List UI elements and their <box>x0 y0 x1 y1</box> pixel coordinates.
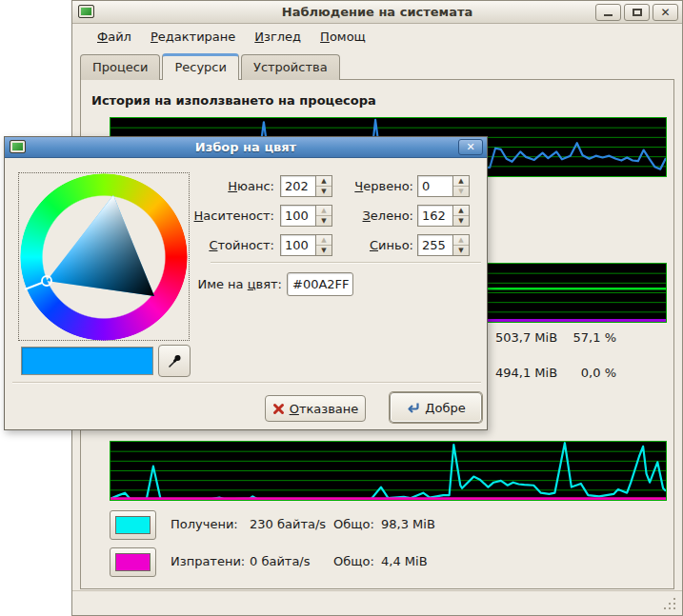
dialog-close-icon: ✕ <box>466 141 474 153</box>
received-total-label: Общо: <box>333 517 374 531</box>
blue-spin-up-icon[interactable]: ▲ <box>453 235 469 246</box>
ok-enter-icon <box>406 401 420 414</box>
green-spin-down-icon[interactable]: ▼ <box>453 216 469 226</box>
sent-total: 4,4 MiB <box>381 554 428 568</box>
swap-percent: 0,0 % <box>572 366 616 380</box>
blue-input[interactable]: 255 <box>417 234 453 256</box>
color-wheel-box[interactable] <box>18 172 190 341</box>
sent-rate: 0 байта/s <box>250 554 311 568</box>
dialog-title: Избор на цвят <box>5 140 487 154</box>
received-label: Получени: <box>171 517 238 531</box>
network-history-chart <box>110 441 667 501</box>
eyedropper-icon <box>166 352 183 369</box>
color-name-row: Име на цвят: <box>5 277 489 299</box>
menu-view[interactable]: Изглед <box>245 27 311 47</box>
sent-color-button[interactable] <box>110 547 156 577</box>
memory-stat-row: 503,7 MiB 57,1 % <box>495 330 616 345</box>
menu-edit[interactable]: Редактиране <box>141 27 245 47</box>
green-spinner[interactable]: 162 ▲▼ <box>417 205 470 227</box>
close-button[interactable]: ✕ <box>653 4 678 21</box>
green-input[interactable]: 162 <box>417 205 453 227</box>
tab-devices[interactable]: Устройства <box>241 54 340 80</box>
resize-grip[interactable] <box>664 597 676 609</box>
sent-total-label: Общо: <box>333 554 374 568</box>
maximize-icon <box>633 9 642 16</box>
eyedropper-button[interactable] <box>158 345 191 377</box>
red-label: Червено: <box>329 179 413 193</box>
swap-stat-row: 494,1 MiB 0,0 % <box>495 366 616 380</box>
cancel-button[interactable]: Отказване <box>265 395 366 422</box>
red-input[interactable]: 0 <box>417 175 453 197</box>
minimize-button[interactable] <box>595 4 621 21</box>
hsv-name-separator <box>211 262 481 264</box>
red-spin-down-icon[interactable]: ▼ <box>453 187 469 196</box>
cancel-x-icon <box>272 403 285 415</box>
tab-resources[interactable]: Ресурси <box>162 53 239 80</box>
statusbar <box>72 590 682 615</box>
blue-spinner[interactable]: 255 ▲▼ <box>417 234 470 256</box>
received-rate: 230 байта/s <box>250 517 326 531</box>
color-name-input[interactable]: #00A2FF <box>287 272 353 296</box>
main-titlebar[interactable]: Наблюдение на системата ✕ <box>72 1 682 24</box>
blue-label: Синьо: <box>329 238 413 252</box>
sent-legend-row: Изпратени: 0 байта/s Общо: 4,4 MiB <box>110 547 643 578</box>
red-spin-up-icon[interactable]: ▲ <box>453 176 469 187</box>
blue-spin-down-icon[interactable]: ▼ <box>453 246 469 255</box>
color-name-label: Име на цвят: <box>157 277 282 291</box>
cpu-history-heading: История на използването на процесора <box>91 93 376 108</box>
window-title: Наблюдение на системата <box>72 5 682 19</box>
received-legend-row: Получени: 230 байта/s Общо: 98,3 MiB <box>110 510 643 541</box>
menu-help[interactable]: Помощ <box>311 27 375 47</box>
tab-processes[interactable]: Процеси <box>80 54 160 80</box>
cancel-label: Отказване <box>290 402 359 416</box>
swap-value: 494,1 MiB <box>495 366 572 380</box>
desktop: { "desktop": { "bg": "#ffffff" }, "main_… <box>0 0 683 616</box>
blue-row: Синьо: 255 ▲▼ <box>5 234 489 256</box>
memory-value: 503,7 MiB <box>495 330 572 345</box>
buttons-separator <box>12 382 481 384</box>
sent-color-swatch <box>115 553 151 571</box>
dialog-titlebar[interactable]: Избор на цвят ✕ <box>5 137 487 158</box>
red-spinner[interactable]: 0 ▲▼ <box>417 175 470 197</box>
minimize-icon <box>604 14 613 16</box>
maximize-button[interactable] <box>624 4 650 21</box>
menu-file[interactable]: Файл <box>88 27 141 47</box>
dialog-close-button[interactable]: ✕ <box>458 139 483 155</box>
red-row: Червено: 0 ▲▼ <box>5 175 489 197</box>
memory-percent: 57,1 % <box>572 330 616 345</box>
color-picker-dialog: Избор на цвят ✕ <box>4 136 488 430</box>
green-spin-up-icon[interactable]: ▲ <box>453 206 469 216</box>
close-icon: ✕ <box>653 6 677 19</box>
received-color-button[interactable] <box>110 510 156 540</box>
green-row: Зелено: 162 ▲▼ <box>5 205 489 227</box>
sv-triangle[interactable] <box>19 173 191 342</box>
ok-button[interactable]: Добре <box>390 392 482 423</box>
tabstrip: Процеси Ресурси Устройства <box>80 52 342 80</box>
menubar: Файл Редактиране Изглед Помощ <box>72 24 682 49</box>
sent-label: Изпратени: <box>171 554 245 568</box>
color-preview-swatch <box>21 347 153 375</box>
green-label: Зелено: <box>329 209 413 223</box>
received-total: 98,3 MiB <box>381 517 435 531</box>
received-color-swatch <box>115 516 151 534</box>
ok-label: Добре <box>425 401 465 415</box>
